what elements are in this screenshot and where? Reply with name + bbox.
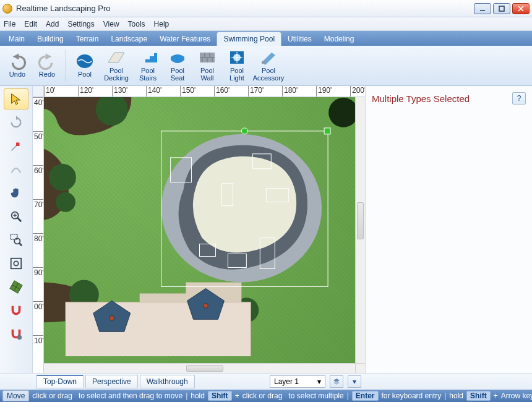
vertical-scrollbar-thumb[interactable] (357, 202, 364, 239)
menu-settings[interactable]: Settings (67, 20, 94, 28)
pool-label: Pool (78, 71, 92, 79)
svg-line-19 (17, 218, 21, 221)
pool-light-button[interactable]: Pool Light (222, 47, 252, 84)
svg-point-31 (49, 164, 76, 191)
ruler-vertical[interactable]: 40' 50' 60' 70' 80' 90' 00' 10' (33, 97, 44, 373)
ruler-h-tick: 130' (112, 86, 127, 97)
svg-rect-25 (11, 259, 22, 269)
ruler-v-tick: 70' (33, 199, 44, 209)
minimize-button[interactable] (474, 3, 491, 14)
ruler-horizontal[interactable]: 10' 120' 130' 140' 150' 160' 170' 180' 1… (44, 86, 365, 97)
pan-tool[interactable] (4, 182, 28, 203)
tab-landscape[interactable]: Landscape (105, 32, 153, 46)
ruler-h-tick: 140' (146, 86, 161, 97)
tab-terrain[interactable]: Terrain (70, 32, 105, 46)
panel-title: Multiple Types Selected (372, 93, 526, 104)
ruler-v-tick: 10' (33, 335, 44, 345)
status-text: to select and then drag to move (79, 391, 182, 400)
horizontal-scrollbar-thumb[interactable] (186, 365, 223, 372)
menu-view[interactable]: View (103, 20, 119, 28)
ribbon-divider (66, 49, 66, 82)
zoom-region-tool[interactable] (4, 229, 28, 250)
tab-modeling[interactable]: Modeling (318, 32, 361, 46)
pool-wall-icon (198, 49, 217, 66)
pool-decking-label: Pool Decking (104, 67, 129, 82)
pool-object (161, 134, 322, 283)
zoom-in-tool[interactable] (4, 206, 28, 227)
tab-swimming-pool[interactable]: Swimming Pool (217, 32, 281, 46)
maximize-button[interactable] (493, 3, 510, 14)
snap-tool[interactable] (4, 300, 28, 321)
redo-icon (38, 53, 56, 70)
menu-file[interactable]: File (4, 20, 15, 28)
ruler-h-tick: 120' (78, 86, 93, 97)
pool-wall-label: Pool Wall (200, 67, 214, 82)
redo-button[interactable]: Redo (32, 47, 62, 84)
status-text: Arrow key to nudge (501, 391, 532, 400)
pool-button[interactable]: Pool (70, 47, 100, 84)
viewtab-top-down[interactable]: Top-Down (36, 375, 84, 388)
shift-key-pill: Shift (208, 391, 232, 401)
vertical-scrollbar[interactable] (355, 97, 365, 363)
pool-seat-button[interactable]: Pool Seat (163, 47, 192, 84)
undo-button[interactable]: Undo (2, 47, 32, 84)
rotate-handle (241, 128, 247, 134)
viewtab-walkthrough[interactable]: Walkthrough (140, 375, 195, 388)
menu-add[interactable]: Add (46, 20, 59, 28)
status-text: for keyboard entry (382, 391, 442, 400)
ruler-v-tick: 80' (33, 233, 44, 243)
ruler-h-tick: 160' (214, 86, 230, 97)
menu-bar: File Edit Add Settings View Tools Help (0, 17, 532, 31)
snap-settings-tool[interactable] (4, 323, 28, 344)
status-text: click or drag (242, 391, 283, 400)
undo-icon (8, 53, 27, 70)
rotate-tool[interactable] (4, 112, 28, 133)
panel-help-button[interactable]: ? (512, 92, 526, 105)
zoom-extents-tool[interactable] (4, 253, 28, 274)
pool-stairs-button[interactable]: Pool Stairs (133, 47, 163, 84)
status-text: to select multiple (288, 391, 343, 400)
svg-rect-16 (262, 61, 265, 64)
horizontal-scrollbar[interactable] (44, 363, 355, 373)
viewtab-perspective[interactable]: Perspective (85, 375, 138, 388)
curve-tool[interactable] (4, 159, 28, 180)
pool-accessory-label: Pool Accessory (253, 67, 285, 82)
ruler-v-tick: 40' (33, 97, 44, 107)
svg-rect-17 (16, 143, 20, 147)
menu-edit[interactable]: Edit (24, 20, 37, 28)
pool-decking-button[interactable]: Pool Decking (100, 47, 133, 84)
tab-utilities[interactable]: Utilities (281, 32, 318, 46)
shift-key-pill: Shift (466, 391, 491, 401)
status-mode: Move (2, 390, 29, 401)
menu-help[interactable]: Help (154, 20, 169, 28)
close-button[interactable] (512, 3, 530, 14)
pool-accessory-button[interactable]: Pool Accessory (252, 47, 285, 84)
design-canvas[interactable] (44, 97, 365, 373)
status-text: click or drag (32, 391, 72, 400)
move-point-tool[interactable] (4, 135, 28, 156)
layer-manager-button[interactable] (330, 375, 343, 388)
ruler-v-tick: 90' (33, 267, 44, 277)
status-text: + (494, 391, 498, 400)
tab-water-features[interactable]: Water Features (153, 32, 217, 46)
layer-select[interactable]: Layer 1 ▾ (270, 375, 325, 388)
view-bar: Top-Down Perspective Walkthrough Layer 1… (0, 373, 532, 390)
tool-palette (0, 86, 33, 373)
pool-seat-label: Pool Seat (171, 67, 185, 82)
undo-label: Undo (9, 71, 25, 79)
tab-building[interactable]: Building (31, 32, 70, 46)
enter-key-pill: Enter (352, 391, 379, 401)
svg-line-24 (19, 243, 22, 246)
pool-stairs-label: Pool Stairs (139, 67, 157, 82)
select-tool[interactable] (4, 88, 28, 109)
window-titlebar: Realtime Landscaping Pro (0, 0, 532, 17)
layer-select-value: Layer 1 (274, 377, 299, 386)
pool-icon (75, 53, 94, 70)
pool-wall-button[interactable]: Pool Wall (192, 47, 222, 84)
layer-dropdown-button[interactable]: ▾ (348, 375, 361, 388)
ruler-h-tick: 150' (180, 86, 195, 97)
grid-tool[interactable] (4, 276, 28, 297)
tab-main[interactable]: Main (2, 32, 31, 46)
ruler-v-tick: 50' (33, 131, 44, 141)
menu-tools[interactable]: Tools (128, 20, 145, 28)
